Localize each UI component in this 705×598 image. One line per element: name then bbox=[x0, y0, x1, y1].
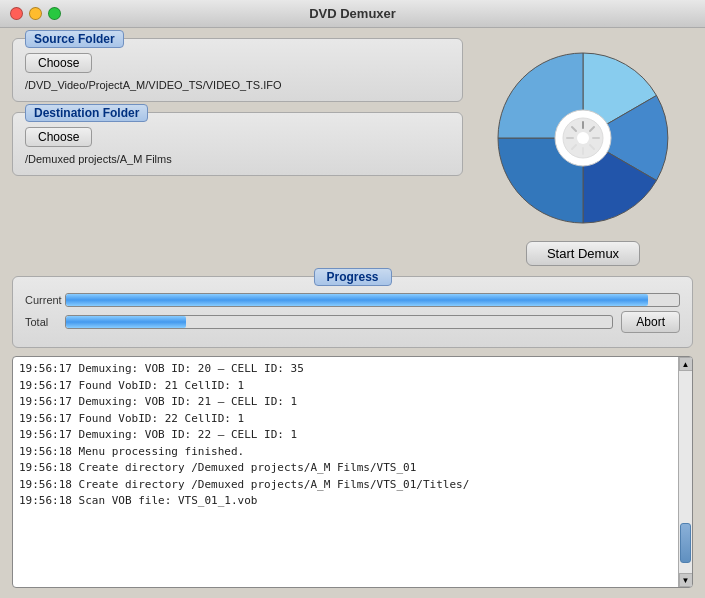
scrollbar-track[interactable] bbox=[679, 371, 692, 573]
svg-point-2 bbox=[577, 132, 589, 144]
current-progress-bar-wrapper bbox=[65, 293, 680, 307]
start-demux-button[interactable]: Start Demux bbox=[526, 241, 640, 266]
destination-folder-panel: Destination Folder Choose /Demuxed proje… bbox=[12, 112, 463, 176]
log-section: 19:56:17 Demuxing: VOB ID: 20 – CELL ID:… bbox=[12, 356, 693, 588]
title-bar: DVD Demuxer bbox=[0, 0, 705, 28]
destination-folder-label: Destination Folder bbox=[25, 104, 148, 122]
minimize-button[interactable] bbox=[29, 7, 42, 20]
total-progress-bar-fill bbox=[66, 316, 186, 328]
progress-section: Progress Current Total Abort bbox=[12, 276, 693, 348]
source-folder-panel: Source Folder Choose /DVD_Video/ProjectA… bbox=[12, 38, 463, 102]
close-button[interactable] bbox=[10, 7, 23, 20]
scrollbar-thumb[interactable] bbox=[680, 523, 691, 563]
source-folder-label: Source Folder bbox=[25, 30, 124, 48]
pie-chart bbox=[488, 43, 678, 233]
progress-rows: Current Total Abort bbox=[25, 285, 680, 333]
maximize-button[interactable] bbox=[48, 7, 61, 20]
destination-path: /Demuxed projects/A_M Films bbox=[25, 153, 450, 165]
scroll-up-arrow[interactable]: ▲ bbox=[679, 357, 693, 371]
scroll-down-arrow[interactable]: ▼ bbox=[679, 573, 693, 587]
total-progress-row: Total Abort bbox=[25, 311, 680, 333]
current-label: Current bbox=[25, 294, 65, 306]
log-scrollbar: ▲ ▼ bbox=[678, 357, 692, 587]
source-choose-button[interactable]: Choose bbox=[25, 53, 92, 73]
pie-section: Start Demux bbox=[473, 38, 693, 266]
window-controls bbox=[10, 7, 61, 20]
top-section: Source Folder Choose /DVD_Video/ProjectA… bbox=[12, 38, 693, 266]
source-path: /DVD_Video/ProjectA_M/VIDEO_TS/VIDEO_TS.… bbox=[25, 79, 450, 91]
total-label: Total bbox=[25, 316, 65, 328]
current-progress-row: Current bbox=[25, 293, 680, 307]
abort-button[interactable]: Abort bbox=[621, 311, 680, 333]
log-text-area[interactable]: 19:56:17 Demuxing: VOB ID: 20 – CELL ID:… bbox=[13, 357, 678, 587]
progress-label: Progress bbox=[313, 268, 391, 286]
destination-choose-button[interactable]: Choose bbox=[25, 127, 92, 147]
current-progress-bar-fill bbox=[66, 294, 648, 306]
total-progress-bar-wrapper bbox=[65, 315, 613, 329]
left-panels: Source Folder Choose /DVD_Video/ProjectA… bbox=[12, 38, 463, 266]
window-title: DVD Demuxer bbox=[309, 6, 396, 21]
main-content: Source Folder Choose /DVD_Video/ProjectA… bbox=[0, 28, 705, 598]
